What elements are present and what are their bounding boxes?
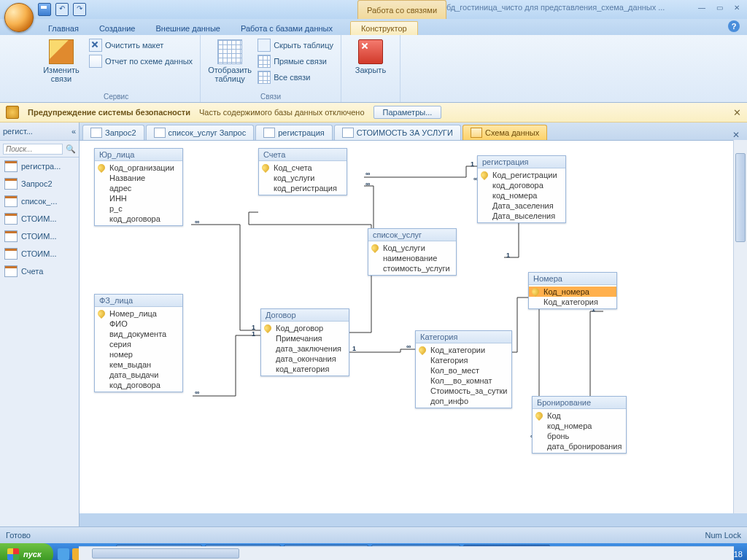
table-title[interactable]: ФЗ_лица bbox=[95, 295, 182, 307]
window-minimize-icon[interactable]: — bbox=[696, 2, 708, 12]
nav-item[interactable]: СТОИМ... bbox=[0, 210, 79, 228]
qat-undo-icon[interactable]: ↶ bbox=[55, 3, 69, 16]
table-field[interactable]: Примечания bbox=[261, 333, 349, 343]
start-button[interactable]: пуск bbox=[0, 543, 53, 560]
hide-table-button[interactable]: Скрыть таблицу bbox=[256, 38, 335, 52]
scroll-thumb[interactable] bbox=[735, 153, 746, 242]
doc-tab-schema[interactable]: Схема данных bbox=[462, 125, 547, 140]
security-options-button[interactable]: Параметры... bbox=[374, 106, 442, 119]
doc-tab-services-query[interactable]: список_услуг Запрос bbox=[146, 125, 255, 140]
table-title[interactable]: регистрация bbox=[478, 156, 565, 168]
table-field[interactable]: Дата_заселения bbox=[478, 201, 565, 211]
show-table-button[interactable]: Отобразить таблицу bbox=[206, 38, 253, 85]
doc-tab-registration[interactable]: регистрация bbox=[255, 125, 333, 140]
table-field[interactable]: дата_заключения bbox=[261, 343, 349, 354]
table-title[interactable]: Бронирование bbox=[533, 397, 626, 409]
table-field[interactable]: вид_документа bbox=[95, 329, 182, 339]
direct-relationships-button[interactable]: Прямые связи bbox=[256, 54, 335, 69]
relationship-report-button[interactable]: Отчет по схеме данных bbox=[88, 54, 194, 69]
tab-database-tools[interactable]: Работа с базами данных bbox=[231, 22, 343, 35]
nav-item[interactable]: СТОИМ... bbox=[0, 228, 79, 245]
clear-layout-button[interactable]: Очистить макет bbox=[88, 38, 194, 52]
table-field[interactable]: код_договора bbox=[95, 214, 182, 224]
table-field[interactable]: Название bbox=[95, 173, 182, 183]
table-field[interactable]: Код_счета bbox=[259, 163, 347, 173]
table-field[interactable]: бронь bbox=[533, 431, 626, 441]
search-icon[interactable]: 🔍 bbox=[66, 144, 76, 154]
table-field[interactable]: ФИО bbox=[95, 319, 182, 329]
table-field[interactable]: код_номера bbox=[533, 421, 626, 431]
nav-search-input[interactable] bbox=[3, 144, 63, 155]
table-field[interactable]: Код_услуги bbox=[368, 243, 456, 253]
edit-relationships-button[interactable]: Изменить связи bbox=[38, 38, 85, 85]
table-field[interactable]: ИНН bbox=[95, 193, 182, 203]
table-field[interactable]: код_номера bbox=[478, 190, 565, 201]
table-field[interactable]: код_регистрация bbox=[259, 183, 347, 193]
tab-external-data[interactable]: Внешние данные bbox=[146, 22, 231, 35]
table-field[interactable]: Стоимость_за_сутки bbox=[416, 386, 511, 396]
table-bron[interactable]: БронированиеКодкод_номераброньдата_брони… bbox=[532, 396, 627, 454]
table-field[interactable]: Категория bbox=[416, 355, 511, 365]
table-field[interactable]: дата_окончания bbox=[261, 354, 349, 364]
table-nomera[interactable]: НомераКод_номераКод_категория bbox=[528, 272, 617, 309]
table-field[interactable]: код_услуги bbox=[259, 173, 347, 183]
security-close-icon[interactable]: ✕ bbox=[733, 107, 741, 118]
help-icon[interactable]: ? bbox=[728, 20, 740, 32]
vertical-scrollbar[interactable] bbox=[733, 140, 747, 513]
table-uslug[interactable]: список_услугКод_услугинаименованиестоимо… bbox=[368, 228, 457, 276]
table-kateg[interactable]: КатегорияКод_категорииКатегорияКол_во_ме… bbox=[415, 330, 512, 408]
nav-item[interactable]: СТОИМ... bbox=[0, 245, 79, 262]
table-field[interactable]: Кол_во_мест bbox=[416, 365, 511, 376]
nav-item[interactable]: список_... bbox=[0, 192, 79, 210]
table-title[interactable]: Договор bbox=[261, 309, 349, 322]
table-field[interactable]: Код_категория bbox=[529, 297, 616, 307]
table-jur[interactable]: Юр_лицаКод_организацииНазваниеадресИННр_… bbox=[94, 148, 183, 226]
table-field[interactable]: Номер_лица bbox=[95, 308, 182, 319]
table-title[interactable]: Категория bbox=[416, 331, 511, 343]
table-field[interactable]: код_договора bbox=[478, 180, 565, 190]
table-field[interactable]: Код_категории bbox=[416, 345, 511, 355]
scroll-thumb[interactable] bbox=[92, 548, 239, 559]
table-field[interactable]: серия bbox=[95, 339, 182, 349]
table-field[interactable]: р_с bbox=[95, 203, 182, 214]
table-field[interactable]: наименование bbox=[368, 253, 456, 263]
close-button[interactable]: Закрыть bbox=[347, 38, 394, 76]
horizontal-scrollbar[interactable] bbox=[79, 546, 734, 560]
table-field[interactable]: кем_выдан bbox=[95, 359, 182, 370]
table-title[interactable]: Номера bbox=[529, 273, 616, 285]
table-field[interactable]: код_договора bbox=[95, 380, 182, 390]
tab-create[interactable]: Создание bbox=[89, 22, 146, 35]
table-field[interactable]: дата_бронирования bbox=[533, 441, 626, 451]
table-field[interactable]: номер bbox=[95, 349, 182, 359]
nav-item[interactable]: регистра... bbox=[0, 158, 79, 175]
table-field[interactable]: дата_выдачи bbox=[95, 370, 182, 380]
tab-design[interactable]: Конструктор bbox=[350, 21, 418, 35]
table-title[interactable]: Юр_лица bbox=[95, 149, 182, 161]
table-title[interactable]: Счета bbox=[259, 149, 347, 161]
doc-tab-close-icon[interactable]: ✕ bbox=[729, 130, 743, 140]
table-field[interactable]: Дата_выселения bbox=[478, 211, 565, 221]
qat-redo-icon[interactable]: ↷ bbox=[73, 3, 86, 16]
window-close-icon[interactable]: ✕ bbox=[731, 2, 743, 12]
table-field[interactable]: код_категория bbox=[261, 364, 349, 374]
nav-header-label[interactable]: регист... bbox=[3, 127, 33, 136]
office-button[interactable] bbox=[4, 3, 34, 32]
table-title[interactable]: список_услуг bbox=[368, 229, 456, 241]
table-field[interactable]: Кол__во_комнат bbox=[416, 376, 511, 386]
table-fiz[interactable]: ФЗ_лицаНомер_лицаФИОвид_документасерияно… bbox=[94, 294, 183, 392]
table-scheta[interactable]: СчетаКод_счетакод_услугикод_регистрация bbox=[258, 148, 347, 195]
doc-tab-query2[interactable]: Запрос2 bbox=[82, 125, 144, 140]
table-field[interactable]: Код_номера bbox=[529, 287, 616, 297]
table-field[interactable]: доп_инфо bbox=[416, 396, 511, 406]
table-field[interactable]: Код_договор bbox=[261, 323, 349, 333]
window-restore-icon[interactable]: ▭ bbox=[713, 2, 725, 12]
quick-launch-icon[interactable] bbox=[58, 548, 69, 560]
table-field[interactable]: Код_регистрации bbox=[478, 170, 565, 180]
relationships-canvas[interactable]: ∞1 ∞1 ∞1 ∞1 1∞ 1∞ 1∞ 1∞ Юр_лицаКод_орган… bbox=[80, 141, 734, 513]
all-relationships-button[interactable]: Все связи bbox=[256, 70, 335, 85]
table-dogovor[interactable]: ДоговорКод_договорПримечаниядата_заключе… bbox=[260, 308, 349, 376]
tab-home[interactable]: Главная bbox=[38, 22, 89, 35]
qat-save-icon[interactable] bbox=[38, 3, 51, 16]
doc-tab-service-cost[interactable]: СТОИМОСТЬ ЗА УСЛУГИ bbox=[334, 125, 461, 140]
table-field[interactable]: адрес bbox=[95, 183, 182, 193]
